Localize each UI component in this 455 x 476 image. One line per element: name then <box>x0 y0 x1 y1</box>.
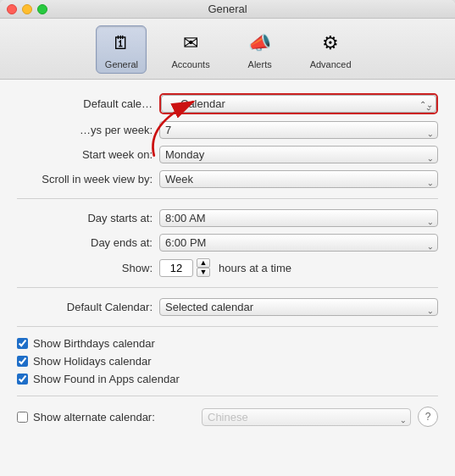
scroll-week-control: Week Day <box>159 170 438 188</box>
day-starts-label: Day starts at: <box>17 212 153 224</box>
show-alternate-label: Show alternate calendar: <box>33 411 155 423</box>
show-hours-input[interactable] <box>159 259 193 277</box>
maximize-button[interactable] <box>37 4 47 14</box>
general-label: General <box>105 59 138 69</box>
scroll-week-label: Scroll in week view by: <box>17 173 153 185</box>
help-button[interactable]: ? <box>418 407 438 427</box>
scroll-week-row: Scroll in week view by: Week Day <box>17 170 438 188</box>
show-hours-label: Show: <box>17 262 153 274</box>
advanced-label: Advanced <box>310 59 352 69</box>
show-hours-row: Show: ▲ ▼ hours at a time <box>17 258 438 277</box>
tab-accounts[interactable]: ✉ Accounts <box>164 25 217 74</box>
stepper-buttons: ▲ ▼ <box>197 258 210 277</box>
accounts-icon: ✉ <box>177 30 204 57</box>
default-calendar-app-row: Default cale… 📅 Calendar ⌃⌄ <box>17 93 438 114</box>
minimize-button[interactable] <box>22 4 32 14</box>
general-icon: 🗓 <box>108 30 135 57</box>
content-wrapper: Default cale… 📅 Calendar ⌃⌄ …ys per week… <box>17 93 438 427</box>
show-birthdays-checkbox[interactable] <box>17 338 28 349</box>
default-calendar-select[interactable]: Selected calendar <box>159 298 438 316</box>
show-found-label: Show Found in Apps calendar <box>33 373 180 385</box>
hours-text: hours at a time <box>219 262 291 274</box>
advanced-icon: ⚙ <box>317 30 344 57</box>
start-week-control: Monday Sunday <box>159 146 438 163</box>
start-week-label: Start week on: <box>17 148 153 161</box>
day-ends-control: 6:00 PM <box>159 234 438 252</box>
found-apps-row: Show Found in Apps calendar <box>17 373 438 385</box>
show-holidays-label: Show Holidays calendar <box>33 355 151 368</box>
scroll-week-select-wrapper: Week Day <box>159 170 438 188</box>
day-starts-row: Day starts at: 8:00 AM <box>17 209 438 227</box>
default-calendar-app-label: Default cale… <box>17 97 153 110</box>
toolbar-buttons: 🗓 General ✉ Accounts 📣 Alerts ⚙ Advanced <box>96 25 358 74</box>
toolbar: 🗓 General ✉ Accounts 📣 Alerts ⚙ Advanced <box>0 19 455 80</box>
divider-4 <box>17 396 438 396</box>
day-starts-select[interactable]: 8:00 AM <box>159 209 438 227</box>
scroll-week-select[interactable]: Week Day <box>159 170 438 188</box>
holidays-row: Show Holidays calendar <box>17 355 438 368</box>
alternate-calendar-left: Show alternate calendar: <box>17 411 195 423</box>
tab-general[interactable]: 🗓 General <box>96 25 147 74</box>
window: General 🗓 General ✉ Accounts 📣 Alerts ⚙ … <box>0 0 455 476</box>
day-ends-label: Day ends at: <box>17 236 153 249</box>
divider-3 <box>17 326 438 327</box>
day-starts-select-wrapper: 8:00 AM <box>159 209 438 227</box>
days-per-week-row: …ys per week: 7 5 <box>17 121 438 139</box>
show-found-checkbox[interactable] <box>17 374 28 385</box>
accounts-label: Accounts <box>171 59 209 69</box>
alternate-calendar-select[interactable]: Chinese <box>202 408 411 426</box>
day-ends-select-wrapper: 6:00 PM <box>159 234 438 252</box>
default-calendar-app-control: 📅 Calendar ⌃⌄ <box>159 93 438 114</box>
show-alternate-checkbox[interactable] <box>17 412 28 423</box>
tab-alerts[interactable]: 📣 Alerts <box>235 25 286 74</box>
default-calendar-select-wrapper: Selected calendar <box>159 298 438 316</box>
divider-1 <box>17 198 438 199</box>
days-per-week-select-wrapper: 7 5 <box>159 121 438 139</box>
content-area: Default cale… 📅 Calendar ⌃⌄ …ys per week… <box>0 80 455 476</box>
alerts-icon: 📣 <box>247 30 274 57</box>
alternate-calendar-control: Chinese <box>202 408 411 426</box>
start-week-select[interactable]: Monday Sunday <box>159 146 438 163</box>
show-birthdays-label: Show Birthdays calendar <box>33 337 155 350</box>
days-per-week-control: 7 5 <box>159 121 438 139</box>
show-hours-control: ▲ ▼ hours at a time <box>159 258 438 277</box>
traffic-lights <box>7 4 47 14</box>
days-per-week-select[interactable]: 7 5 <box>159 121 438 139</box>
alternate-calendar-row: Show alternate calendar: Chinese ? <box>17 407 438 427</box>
tab-advanced[interactable]: ⚙ Advanced <box>302 25 359 74</box>
alternate-calendar-select-wrapper: Chinese <box>202 408 411 426</box>
default-calendar-app-select-wrapper: 📅 Calendar ⌃⌄ <box>159 93 438 114</box>
day-starts-control: 8:00 AM <box>159 209 438 227</box>
default-calendar-app-select[interactable]: Calendar <box>161 95 436 113</box>
close-button[interactable] <box>7 4 17 14</box>
day-ends-select[interactable]: 6:00 PM <box>159 234 438 252</box>
window-title: General <box>208 3 247 15</box>
birthdays-row: Show Birthdays calendar <box>17 337 438 350</box>
titlebar: General <box>0 0 455 19</box>
divider-2 <box>17 287 438 288</box>
default-calendar-label: Default Calendar: <box>17 301 153 313</box>
stepper-down-button[interactable]: ▼ <box>197 268 210 277</box>
show-holidays-checkbox[interactable] <box>17 356 28 367</box>
start-week-row: Start week on: Monday Sunday <box>17 146 438 163</box>
day-ends-row: Day ends at: 6:00 PM <box>17 234 438 252</box>
default-calendar-control: Selected calendar <box>159 298 438 316</box>
alerts-label: Alerts <box>248 59 272 69</box>
start-week-select-wrapper: Monday Sunday <box>159 146 438 163</box>
stepper-up-button[interactable]: ▲ <box>197 258 210 268</box>
days-per-week-label: …ys per week: <box>17 124 153 136</box>
default-calendar-row: Default Calendar: Selected calendar <box>17 298 438 316</box>
stepper-row: ▲ ▼ hours at a time <box>159 258 438 277</box>
